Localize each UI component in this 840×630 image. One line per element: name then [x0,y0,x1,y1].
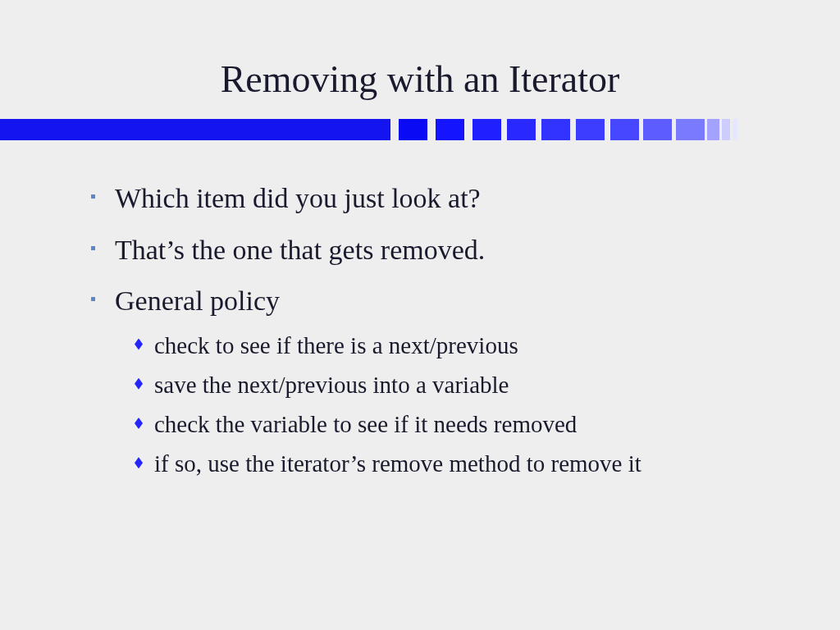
slide-title: Removing with an Iterator [0,0,840,119]
bullet-text: Which item did you just look at? [115,183,481,213]
sub-bullet-text: save the next/previous into a variable [154,372,509,398]
bullet-item: Which item did you just look at? [90,181,791,217]
bullet-text: General policy [115,285,280,316]
bullet-item: General policy check to see if there is … [90,284,791,479]
divider-bar [0,119,840,140]
slide: Removing with an Iterator Which item did… [0,0,840,630]
sub-bullet-item: check the variable to see if it needs re… [135,409,791,439]
bullet-text: That’s the one that gets removed. [115,235,485,265]
sub-bullet-text: if so, use the iterator’s remove method … [154,450,641,477]
sub-bullet-item: check to see if there is a next/previous [135,331,791,360]
bullet-item: That’s the one that gets removed. [90,233,791,268]
sub-bullet-item: if so, use the iterator’s remove method … [135,449,791,478]
content-area: Which item did you just look at? That’s … [0,140,840,479]
sub-bullet-text: check the variable to see if it needs re… [154,411,577,437]
sub-bullet-item: save the next/previous into a variable [135,370,791,399]
sub-bullet-text: check to see if there is a next/previous [154,332,518,358]
